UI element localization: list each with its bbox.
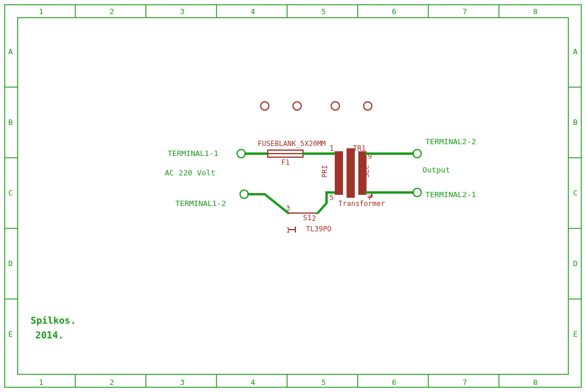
svg-text:B: B (573, 118, 578, 127)
svg-rect-0 (5, 5, 581, 387)
svg-text:B: B (8, 118, 13, 127)
svg-text:3: 3 (180, 7, 185, 16)
terminal2-2: TERMINAL2-2 (413, 137, 476, 158)
svg-text:PRI: PRI (321, 165, 329, 178)
svg-text:8: 8 (533, 378, 538, 387)
svg-rect-72 (335, 152, 342, 194)
svg-point-50 (261, 102, 269, 110)
svg-text:3: 3 (286, 204, 290, 212)
svg-point-53 (364, 102, 372, 110)
svg-text:1: 1 (329, 144, 334, 152)
svg-point-60 (240, 190, 248, 198)
svg-rect-1 (18, 18, 568, 374)
net-seg (248, 194, 288, 213)
schematic-sheet: 1 2 3 4 5 6 7 8 1 2 3 4 5 6 7 8 AA BB CC… (0, 0, 586, 392)
svg-text:3: 3 (180, 378, 185, 387)
author-text: Spilkos. (31, 315, 76, 326)
svg-text:C: C (573, 188, 578, 197)
svg-text:TERMINAL1-1: TERMINAL1-1 (168, 149, 218, 158)
svg-text:1: 1 (39, 7, 44, 16)
svg-text:E: E (573, 330, 578, 338)
svg-text:TERMINAL2-2: TERMINAL2-2 (425, 137, 476, 146)
svg-text:8: 8 (533, 7, 538, 16)
svg-text:E: E (8, 330, 13, 338)
svg-text:5: 5 (329, 194, 334, 202)
svg-text:1: 1 (39, 378, 44, 387)
svg-point-54 (237, 150, 245, 158)
svg-text:4: 4 (251, 378, 255, 387)
svg-text:Transformer: Transformer (338, 200, 385, 208)
svg-text:2: 2 (109, 378, 114, 387)
svg-text:TERMINAL2-1: TERMINAL2-1 (425, 190, 476, 199)
svg-text:TR1: TR1 (353, 144, 366, 152)
frame: 1 2 3 4 5 6 7 8 1 2 3 4 5 6 7 8 AA BB CC… (5, 5, 581, 387)
svg-text:FUSEBLANK_5X20MM: FUSEBLANK_5X20MM (258, 139, 326, 148)
svg-point-85 (413, 188, 421, 197)
terminal2-1: TERMINAL2-1 (413, 188, 476, 199)
terminal1-1: TERMINAL1-1 (168, 149, 245, 158)
svg-text:A: A (8, 47, 13, 56)
svg-text:SEC: SEC (362, 165, 371, 178)
test-points (261, 102, 372, 110)
svg-text:D: D (8, 259, 13, 268)
svg-text:D: D (573, 259, 578, 268)
svg-text:7: 7 (462, 7, 467, 16)
svg-text:5: 5 (321, 378, 326, 387)
svg-point-51 (293, 102, 301, 110)
svg-text:7: 7 (462, 378, 467, 387)
terminal1-2: TERMINAL1-2 (175, 190, 248, 208)
svg-text:S1: S1 (303, 214, 311, 222)
svg-rect-73 (347, 149, 354, 197)
svg-text:2: 2 (109, 7, 114, 16)
svg-text:F1: F1 (281, 158, 289, 167)
svg-point-52 (331, 102, 339, 110)
svg-text:C: C (8, 188, 13, 197)
svg-text:6: 6 (392, 7, 397, 16)
svg-text:2: 2 (312, 214, 316, 222)
svg-text:4: 4 (251, 7, 255, 16)
svg-text:6: 6 (392, 378, 397, 387)
svg-text:5: 5 (321, 7, 326, 16)
svg-text:TL39PO: TL39PO (306, 225, 331, 233)
svg-text:TERMINAL1-2: TERMINAL1-2 (175, 199, 226, 208)
output-label: Output (422, 165, 450, 174)
switch-s1: 3 2 1 S1 TL39PO (286, 204, 331, 234)
year-text: 2014. (35, 330, 64, 341)
ac-note: AC 220 Volt (165, 168, 215, 177)
svg-point-83 (413, 150, 421, 158)
svg-text:A: A (573, 47, 578, 56)
